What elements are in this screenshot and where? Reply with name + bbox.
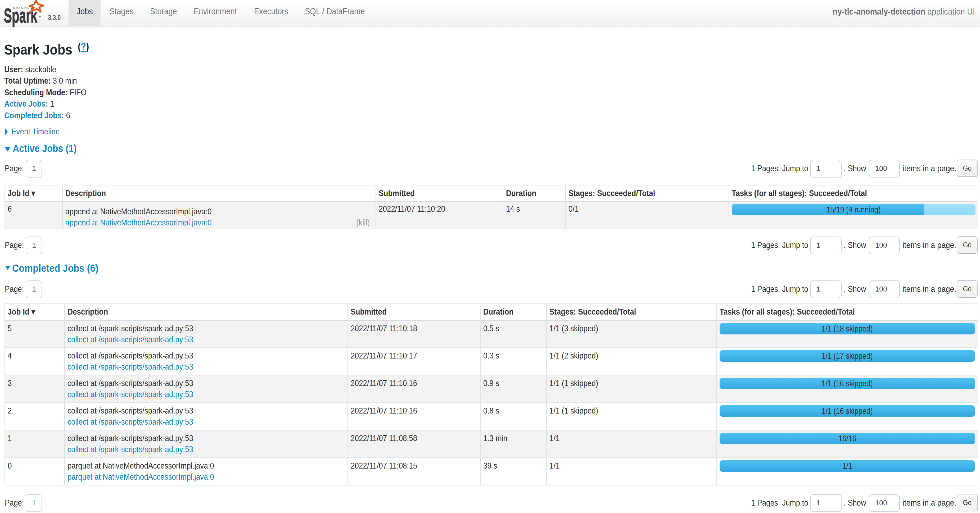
svg-text:TM: TM	[38, 16, 41, 17]
